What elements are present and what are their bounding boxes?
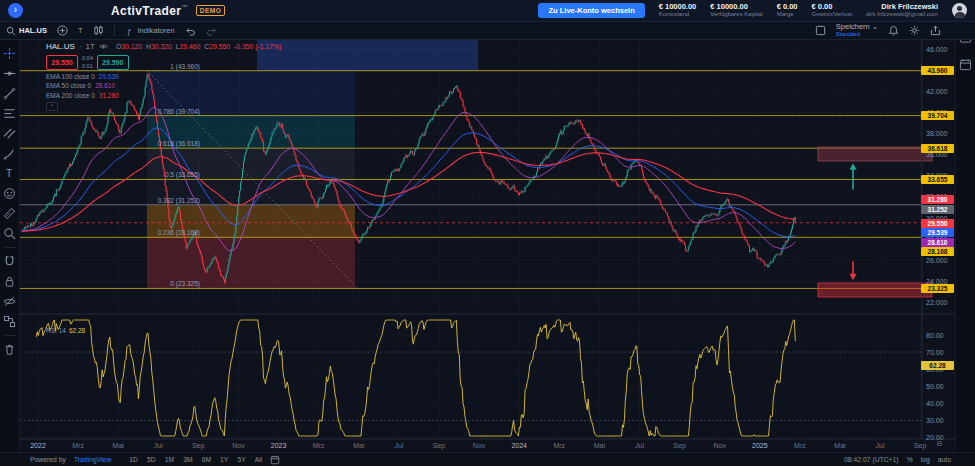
powered-by-label: Powered by bbox=[30, 456, 66, 463]
visibility-eye-icon[interactable] bbox=[99, 42, 108, 51]
svg-text:Sep: Sep bbox=[673, 442, 686, 450]
fib-retracement-tool-icon[interactable] bbox=[3, 107, 16, 120]
price-axis-tag: 62.28 bbox=[921, 361, 954, 370]
svg-text:40.00: 40.00 bbox=[926, 400, 944, 407]
settings-gear-icon[interactable] bbox=[909, 25, 920, 36]
time-axis-settings-icon[interactable]: ⊖ bbox=[936, 439, 943, 448]
user-info[interactable]: Dirk Frilczewskidirk.frilczewski@gmail.c… bbox=[866, 2, 938, 19]
svg-text:22.000: 22.000 bbox=[926, 299, 948, 306]
sidebar-expand-button[interactable]: › bbox=[8, 3, 23, 18]
chart-legend: HAL.US · 1T O30.120 H30.320 L29.460 C29.… bbox=[46, 42, 281, 111]
rail-divider bbox=[4, 335, 16, 336]
add-symbol-button[interactable] bbox=[57, 25, 68, 36]
indicators-button[interactable]: ƒ Indikatoren bbox=[125, 26, 175, 36]
user-avatar-icon[interactable] bbox=[952, 3, 967, 18]
trend-line-tool-icon[interactable] bbox=[3, 87, 16, 100]
brush-tool-icon[interactable] bbox=[3, 147, 16, 160]
tradingview-link[interactable]: TradingView bbox=[74, 456, 111, 463]
switch-to-live-button[interactable]: Zu Live-Konto wechseln bbox=[538, 3, 644, 18]
symbol-search[interactable]: HAL.US bbox=[6, 26, 47, 36]
channel-tool-icon[interactable] bbox=[3, 127, 16, 140]
svg-text:2024: 2024 bbox=[511, 442, 527, 449]
range-all[interactable]: All bbox=[255, 456, 263, 463]
svg-text:Mrz: Mrz bbox=[553, 442, 565, 449]
fib-level-label: 0.382 (31.252) bbox=[40, 197, 200, 204]
svg-text:42.000: 42.000 bbox=[926, 88, 948, 95]
share-icon[interactable] bbox=[930, 25, 941, 36]
svg-text:ƒ: ƒ bbox=[126, 26, 130, 35]
alert-bell-icon[interactable] bbox=[888, 25, 899, 36]
svg-text:Nov: Nov bbox=[232, 442, 245, 449]
chart-type-button[interactable] bbox=[93, 25, 104, 36]
remove-drawings-trash-icon[interactable] bbox=[3, 343, 16, 356]
emoji-tool-icon[interactable] bbox=[3, 187, 16, 200]
change-readout: -0.350 (-1.17%) bbox=[234, 43, 281, 50]
svg-text:Nov: Nov bbox=[713, 442, 726, 449]
range-5d[interactable]: 5D bbox=[147, 456, 156, 463]
function-icon: ƒ bbox=[125, 26, 135, 36]
indicator-legend-ema100[interactable]: EMA 100 close 029.539 bbox=[46, 73, 281, 80]
svg-text:70.00: 70.00 bbox=[926, 349, 944, 356]
legend-timeframe[interactable]: 1T bbox=[86, 42, 95, 51]
svg-text:Sep: Sep bbox=[433, 442, 446, 450]
app-logo: ActivTrader™ bbox=[111, 4, 188, 18]
svg-text:Mrz: Mrz bbox=[313, 442, 325, 449]
price-axis-tag: 29.550 bbox=[921, 219, 954, 228]
svg-text:Jul: Jul bbox=[876, 442, 885, 449]
range-selector: 1D 5D 1M 3M 6M 1Y 5Y All bbox=[129, 456, 262, 463]
timeframe-button[interactable]: T bbox=[78, 26, 83, 35]
chart-toolbar: HAL.US T ƒ Indikatoren Speichern ⌄ Stand… bbox=[0, 22, 975, 40]
candlestick-chart-icon bbox=[93, 25, 104, 36]
range-6m[interactable]: 6M bbox=[202, 456, 211, 463]
range-1y[interactable]: 1Y bbox=[220, 456, 228, 463]
percent-scale-toggle[interactable]: % bbox=[907, 456, 913, 463]
measure-tool-icon[interactable] bbox=[3, 207, 16, 220]
fib-level-label: 0 (23.325) bbox=[40, 280, 200, 287]
chart-area[interactable]: 46.00044.00042.00040.00038.00036.00034.0… bbox=[20, 40, 955, 452]
stat-pnl: € 0.00Gewinn/Verlust bbox=[812, 2, 852, 19]
range-1m[interactable]: 1M bbox=[165, 456, 174, 463]
legend-symbol[interactable]: HAL.US bbox=[46, 42, 75, 51]
layout-name: Standard bbox=[836, 31, 878, 38]
legend-collapse-button[interactable]: ⌃ bbox=[46, 102, 58, 111]
undo-icon bbox=[185, 26, 196, 36]
redo-icon bbox=[206, 26, 217, 36]
price-axis-tag: 31.252 bbox=[921, 205, 954, 214]
range-5y[interactable]: 5Y bbox=[237, 456, 245, 463]
magnet-tool-icon[interactable] bbox=[3, 255, 16, 268]
drawing-tools-rail: T bbox=[0, 40, 20, 452]
svg-text:Mai: Mai bbox=[594, 442, 606, 449]
go-to-date-icon[interactable] bbox=[270, 455, 280, 465]
range-1d[interactable]: 1D bbox=[129, 456, 138, 463]
lock-drawings-icon[interactable] bbox=[3, 275, 16, 288]
object-tree-icon[interactable] bbox=[3, 315, 16, 328]
layout-grid-icon[interactable] bbox=[815, 25, 826, 36]
hide-drawings-icon[interactable] bbox=[3, 295, 16, 308]
bottom-status-bar: Powered by TradingView 1D 5D 1M 3M 6M 1Y… bbox=[0, 452, 975, 466]
price-axis-tag: 31.280 bbox=[921, 195, 954, 204]
svg-text:30.00: 30.00 bbox=[926, 417, 944, 424]
svg-text:50.00: 50.00 bbox=[926, 383, 944, 390]
price-axis-tag: 43.960 bbox=[921, 66, 954, 75]
stat-margin: € 0.00Marge bbox=[777, 2, 798, 19]
price-axis-tag: 33.655 bbox=[921, 175, 954, 184]
save-layout-button[interactable]: Speichern ⌄ Standard bbox=[836, 23, 878, 38]
indicator-legend-ema50[interactable]: EMA 50 close 028.610 bbox=[46, 82, 281, 89]
horizontal-line-tool-icon[interactable] bbox=[3, 67, 16, 80]
rsi-legend[interactable]: RSI 1462.28 bbox=[46, 327, 85, 334]
sell-button[interactable]: 29.550 bbox=[46, 55, 78, 70]
symbol-search-value: HAL.US bbox=[19, 26, 47, 35]
redo-button[interactable] bbox=[206, 26, 217, 36]
undo-button[interactable] bbox=[185, 26, 196, 36]
zoom-tool-icon[interactable] bbox=[3, 227, 16, 240]
crosshair-tool-icon[interactable] bbox=[3, 47, 16, 60]
indicator-legend-ema200[interactable]: EMA 200 close 031.280 bbox=[46, 92, 281, 99]
text-tool-icon[interactable]: T bbox=[3, 167, 16, 180]
calendar-icon[interactable] bbox=[959, 58, 972, 71]
auto-scale-toggle[interactable]: auto bbox=[938, 456, 951, 463]
range-3m[interactable]: 3M bbox=[183, 456, 192, 463]
svg-text:38.000: 38.000 bbox=[926, 130, 948, 137]
log-scale-toggle[interactable]: log bbox=[921, 456, 930, 463]
buy-button[interactable]: 29.590 bbox=[97, 55, 129, 70]
app-header: › ActivTrader™ DEMO Zu Live-Konto wechse… bbox=[0, 0, 975, 22]
